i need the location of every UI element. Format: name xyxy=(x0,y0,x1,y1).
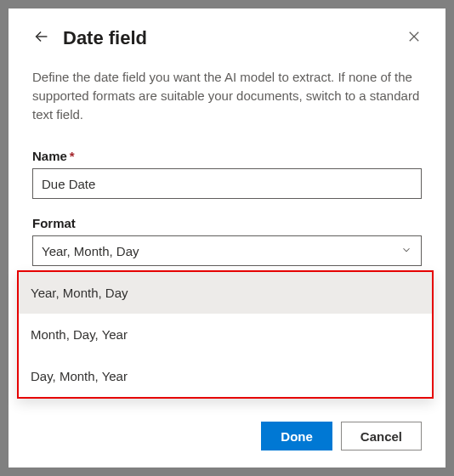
name-label: Name* xyxy=(32,149,422,163)
back-arrow-icon[interactable] xyxy=(32,27,51,49)
chevron-down-icon xyxy=(400,244,412,258)
format-dropdown[interactable]: Year, Month, Day xyxy=(32,235,422,266)
format-selected-value: Year, Month, Day xyxy=(42,244,139,258)
panel-header: Date field xyxy=(32,27,422,49)
panel-title: Date field xyxy=(63,27,394,49)
format-label: Format xyxy=(32,216,422,230)
dropdown-option[interactable]: Day, Month, Year xyxy=(19,355,432,397)
format-dropdown-list: Year, Month, Day Month, Day, Year Day, M… xyxy=(17,270,434,399)
dropdown-option[interactable]: Month, Day, Year xyxy=(19,314,432,355)
cancel-button[interactable]: Cancel xyxy=(341,422,422,450)
dropdown-option[interactable]: Year, Month, Day xyxy=(19,272,432,314)
panel-footer: Done Cancel xyxy=(261,422,422,450)
close-icon[interactable] xyxy=(406,29,422,48)
name-input[interactable] xyxy=(32,168,422,199)
panel-description: Define the date field you want the AI mo… xyxy=(32,68,422,123)
date-field-panel: Date field Define the date field you wan… xyxy=(9,8,445,468)
done-button[interactable]: Done xyxy=(261,422,332,450)
required-asterisk: * xyxy=(70,149,75,163)
